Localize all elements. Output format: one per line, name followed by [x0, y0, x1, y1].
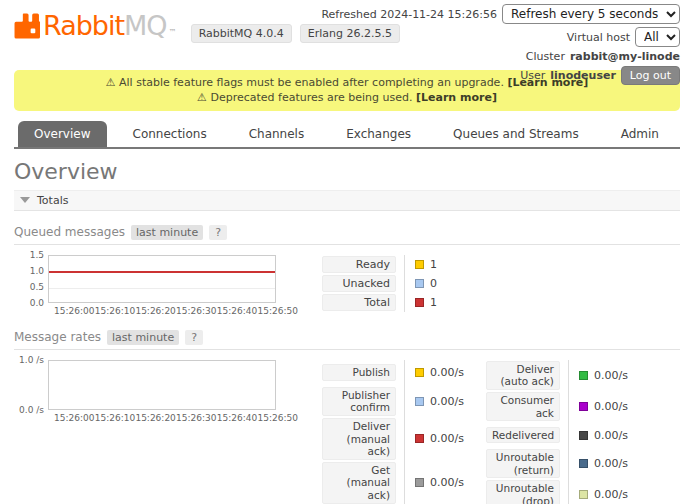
x-tick: 15:26:30 [176, 413, 216, 423]
tab-admin[interactable]: Admin [605, 121, 675, 147]
brand-rabbit-text: Rabbit [43, 10, 124, 41]
tab-channels[interactable]: Channels [233, 121, 321, 147]
x-tick: 15:26:20 [135, 306, 175, 316]
legend-row-redelivered: Redelivered 0.00/s [486, 422, 628, 448]
legend-row-deliver-auto-ack: Deliver (auto ack) 0.00/s [486, 360, 628, 391]
legend-value: 0.00/s [430, 366, 464, 379]
warning-line-deprecated: ⚠ Deprecated features are being used. [L… [22, 90, 672, 105]
total-swatch-icon [415, 298, 424, 307]
rates-plot-area [48, 360, 276, 410]
x-tick: 15:26:20 [135, 413, 175, 423]
y-tick: 0.5 [14, 282, 44, 292]
x-tick: 15:26:40 [217, 306, 257, 316]
queued-messages-chart-row: 1.5 1.0 0.5 0.0 15:26:00 15:26:10 15:26:… [14, 255, 680, 316]
tab-queues-and-streams[interactable]: Queues and Streams [437, 121, 595, 147]
legend-row-deliver-manual-ack: Deliver (manual ack) 0.00/s [322, 417, 464, 461]
rabbitmq-version-badge: RabbitMQ 4.0.4 [191, 24, 292, 43]
legend-row-consumer-ack: Consumer ack 0.00/s [486, 391, 628, 422]
x-axis-ticks: 15:26:00 15:26:10 15:26:20 15:26:30 15:2… [54, 413, 298, 423]
message-rates-chart: 1.0 /s 0.0 /s 15:26:00 15:26:10 15:26:20… [14, 360, 298, 504]
legend-label: Unroutable (drop) [486, 480, 560, 504]
virtual-host-select[interactable]: All [635, 27, 680, 47]
publisher-confirm-swatch-icon [415, 397, 424, 406]
unacked-swatch-icon [415, 279, 424, 288]
legend-value: 0.00/s [594, 369, 628, 382]
totals-section-toggle[interactable]: Totals [14, 190, 680, 211]
legend-label: Deliver (auto ack) [486, 361, 560, 390]
unroutable-return-swatch-icon [579, 459, 588, 468]
refreshed-timestamp: Refreshed 2024-11-24 15:26:56 [321, 8, 497, 21]
legend-value: 0.00/s [594, 400, 628, 413]
brand-mq-text: MQ [124, 10, 167, 41]
legend-value: 0.00/s [430, 395, 464, 408]
x-tick: 15:26:40 [217, 413, 257, 423]
x-tick: 15:26:10 [95, 413, 135, 423]
legend-label: Redelivered [486, 427, 560, 444]
legend-label: Consumer ack [486, 392, 560, 421]
tab-connections[interactable]: Connections [117, 121, 223, 147]
header: RabbitMQ ™ RabbitMQ 4.0.4 Erlang 26.2.5.… [0, 0, 694, 66]
y-tick: 1.5 [14, 250, 44, 260]
x-tick: 15:26:50 [258, 413, 298, 423]
y-tick: 0.0 /s [14, 405, 44, 415]
get-manual-ack-swatch-icon [415, 478, 424, 487]
legend-row-unroutable-drop: Unroutable (drop) 0.00/s [486, 479, 628, 504]
learn-more-link[interactable]: [Learn more] [416, 91, 497, 104]
legend-row-total: Total 1 [322, 293, 437, 312]
legend-value: 0.00/s [594, 488, 628, 501]
x-tick: 15:26:00 [54, 306, 94, 316]
legend-label: Unacked [322, 275, 396, 292]
queued-messages-chart: 1.5 1.0 0.5 0.0 15:26:00 15:26:10 15:26:… [14, 255, 298, 316]
legend-row-unroutable-return: Unroutable (return) 0.00/s [486, 448, 628, 479]
tab-overview[interactable]: Overview [18, 121, 107, 147]
legend-value: 1 [430, 296, 437, 309]
user-name: linodeuser [550, 69, 616, 82]
redelivered-swatch-icon [579, 431, 588, 440]
deliver-manual-ack-swatch-icon [415, 434, 424, 443]
cluster-label: Cluster [526, 50, 565, 63]
main-content: Overview Totals Queued messages last min… [0, 159, 694, 504]
legend-value: 0.00/s [430, 432, 464, 445]
queued-messages-legend: Ready 1 Unacked 0 Total 1 [322, 255, 437, 316]
rabbitmq-logo[interactable]: RabbitMQ ™ [14, 10, 177, 41]
tab-exchanges[interactable]: Exchanges [330, 121, 427, 147]
queued-help-icon[interactable]: ? [209, 225, 227, 240]
x-tick: 15:26:50 [258, 306, 298, 316]
virtual-host-label: Virtual host [567, 31, 630, 44]
y-tick: 0.0 [14, 298, 44, 308]
legend-value: 0.00/s [594, 457, 628, 470]
brand-trademark: ™ [169, 28, 177, 37]
legend-row-ready: Ready 1 [322, 255, 437, 274]
logout-button[interactable]: Log out [621, 66, 680, 85]
rates-help-icon[interactable]: ? [185, 330, 203, 345]
legend-label: Publish [322, 364, 396, 381]
rates-range-badge[interactable]: last minute [107, 330, 179, 345]
ready-swatch-icon [415, 260, 424, 269]
legend-row-publisher-confirm: Publisher confirm 0.00/s [322, 386, 464, 417]
x-axis-ticks: 15:26:00 15:26:10 15:26:20 15:26:30 15:2… [54, 306, 298, 316]
legend-value: 1 [430, 258, 437, 271]
refresh-interval-select[interactable]: Refresh every 5 seconds [502, 4, 680, 24]
legend-value: 0.00/s [430, 476, 464, 489]
rates-legend-right-column: Deliver (auto ack) 0.00/s Consumer ack 0… [486, 360, 628, 504]
rates-legend-left-column: Publish 0.00/s Publisher confirm 0.00/s … [322, 360, 464, 504]
page-title: Overview [14, 159, 680, 184]
y-tick: 1.0 /s [14, 355, 44, 365]
cluster-name: rabbit@my-linode [570, 50, 680, 63]
message-rates-legend: Publish 0.00/s Publisher confirm 0.00/s … [322, 360, 628, 504]
gridline [49, 288, 275, 289]
legend-value: 0 [430, 277, 437, 290]
legend-label: Total [322, 294, 396, 311]
x-tick: 15:26:00 [54, 413, 94, 423]
consumer-ack-swatch-icon [579, 402, 588, 411]
main-tab-bar: Overview Connections Channels Exchanges … [14, 121, 680, 149]
total-series-line [49, 271, 275, 273]
x-tick: 15:26:30 [176, 306, 216, 316]
legend-label: Publisher confirm [322, 387, 396, 416]
legend-row-get-manual-ack: Get (manual ack) 0.00/s [322, 461, 464, 504]
legend-row-unacked: Unacked 0 [322, 274, 437, 293]
message-rates-header: Message rates last minute ? [14, 328, 680, 350]
legend-row-publish: Publish 0.00/s [322, 360, 464, 386]
queued-range-badge[interactable]: last minute [131, 225, 203, 240]
rabbitmq-logo-icon [14, 13, 40, 39]
